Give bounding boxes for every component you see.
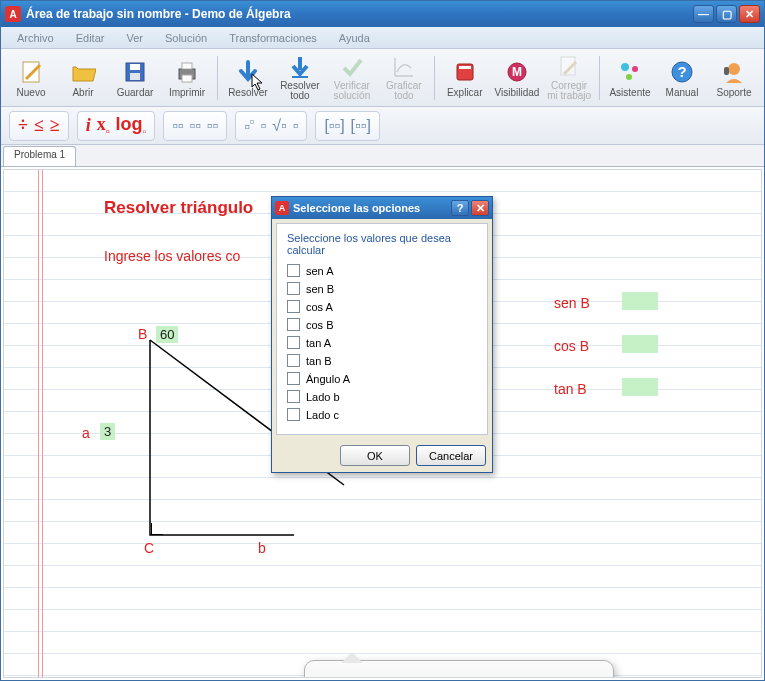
guardar-label: Guardar: [117, 87, 154, 98]
side-a-value[interactable]: 3: [100, 423, 115, 440]
option-senB[interactable]: sen B: [287, 282, 477, 295]
option-label: Lado c: [306, 409, 339, 421]
dialog-title: Seleccione las opciones: [293, 202, 449, 214]
problem-heading: Resolver triángulo: [104, 198, 253, 218]
verificar-button[interactable]: Verificar solución: [328, 52, 376, 104]
callout-line1: En este ejemplo calcularemos: [323, 675, 595, 678]
resolver-todo-label: Resolver todo: [280, 81, 319, 101]
asistente-button[interactable]: Asistente: [606, 52, 654, 104]
option-senA[interactable]: sen A: [287, 264, 477, 277]
x-sub-symbol[interactable]: x▫: [97, 114, 110, 137]
svg-rect-19: [724, 67, 729, 75]
option-tanB[interactable]: tan B: [287, 354, 477, 367]
tutorial-callout: En este ejemplo calcularemos la medida d…: [304, 660, 614, 678]
close-button[interactable]: ✕: [739, 5, 760, 23]
maximize-button[interactable]: ▢: [716, 5, 737, 23]
corregir-button[interactable]: Corregir mi trabajo: [545, 52, 593, 104]
right-angle-mark: [151, 523, 163, 535]
angle-B-value[interactable]: 60: [156, 326, 178, 343]
value-cosB[interactable]: [622, 335, 658, 353]
svg-point-15: [626, 74, 632, 80]
box-frac-icon[interactable]: ▫: [293, 117, 299, 135]
box-icon[interactable]: ▫: [261, 117, 267, 135]
manual-label: Manual: [666, 87, 699, 98]
align-icon[interactable]: ▫▫: [189, 117, 200, 135]
side-a-label: a: [82, 425, 90, 441]
check-icon: [338, 54, 366, 80]
verificar-label: Verificar solución: [334, 81, 371, 101]
resolver-todo-button[interactable]: Resolver todo: [276, 52, 324, 104]
vertex-C: C: [144, 540, 154, 556]
menu-bar: Archivo Editar Ver Solución Transformaci…: [1, 27, 764, 49]
label-senB: sen B: [554, 295, 590, 311]
guardar-button[interactable]: Guardar: [111, 52, 159, 104]
le-symbol[interactable]: ≤: [34, 115, 44, 136]
menu-ayuda[interactable]: Ayuda: [329, 30, 380, 46]
option-cosA[interactable]: cos A: [287, 300, 477, 313]
menu-transformaciones[interactable]: Transformaciones: [219, 30, 327, 46]
option-tanA[interactable]: tan A: [287, 336, 477, 349]
math-toolbar: ÷ ≤ ≥ i x▫ log▫ ▫▫ ▫▫ ▫▫ ▫▫ ▫ √▫ ▫ [▫▫] …: [1, 107, 764, 145]
vertex-B: B: [138, 326, 147, 342]
box-sup-icon[interactable]: ▫▫: [244, 114, 254, 136]
align-icon[interactable]: ▫▫: [172, 117, 183, 135]
menu-editar[interactable]: Editar: [66, 30, 115, 46]
dialog-titlebar: A Seleccione las opciones ? ✕: [272, 197, 492, 219]
log-symbol[interactable]: log▫: [116, 114, 147, 137]
checkbox-icon: [287, 300, 300, 313]
minimize-button[interactable]: —: [693, 5, 714, 23]
ge-symbol[interactable]: ≥: [50, 115, 60, 136]
resolver-button[interactable]: Resolver: [224, 52, 272, 104]
math-group-ops: ÷ ≤ ≥: [9, 111, 69, 141]
menu-archivo[interactable]: Archivo: [7, 30, 64, 46]
printer-icon: [173, 58, 201, 86]
math-group-matrix: [▫▫] [▫▫]: [315, 111, 379, 141]
manual-button[interactable]: ? Manual: [658, 52, 706, 104]
graficar-button[interactable]: Graficar todo: [380, 52, 428, 104]
abrir-button[interactable]: Abrir: [59, 52, 107, 104]
option-cosB[interactable]: cos B: [287, 318, 477, 331]
option-label: Lado b: [306, 391, 340, 403]
value-tanB[interactable]: [622, 378, 658, 396]
dialog-help-button[interactable]: ?: [451, 200, 469, 216]
menu-ver[interactable]: Ver: [116, 30, 153, 46]
box-root-icon[interactable]: √▫: [272, 117, 286, 135]
nuevo-button[interactable]: Nuevo: [7, 52, 55, 104]
visibilidad-button[interactable]: M Visibilidad: [493, 52, 541, 104]
option-ladob[interactable]: Lado b: [287, 390, 477, 403]
checkbox-icon: [287, 264, 300, 277]
svg-rect-9: [459, 66, 471, 69]
label-tanB: tan B: [554, 381, 587, 397]
checkbox-icon: [287, 354, 300, 367]
graficar-label: Graficar todo: [386, 81, 422, 101]
i-symbol[interactable]: i: [86, 115, 91, 136]
tab-problema1[interactable]: Problema 1: [3, 146, 76, 166]
imprimir-button[interactable]: Imprimir: [163, 52, 211, 104]
svg-rect-2: [130, 64, 140, 70]
app-icon: A: [5, 6, 21, 22]
divide-symbol[interactable]: ÷: [18, 115, 28, 136]
option-label: tan B: [306, 355, 332, 367]
matrix-icon[interactable]: [▫▫]: [351, 117, 371, 135]
math-group-align1: ▫▫ ▫▫ ▫▫: [163, 111, 227, 141]
soporte-button[interactable]: Soporte: [710, 52, 758, 104]
svg-text:?: ?: [677, 63, 686, 80]
side-b-label: b: [258, 540, 266, 556]
cancel-button[interactable]: Cancelar: [416, 445, 486, 466]
ok-button[interactable]: OK: [340, 445, 410, 466]
document-new-icon: [17, 58, 45, 86]
dialog-close-button[interactable]: ✕: [471, 200, 489, 216]
option-ladoc[interactable]: Lado c: [287, 408, 477, 421]
explicar-button[interactable]: Explicar: [441, 52, 489, 104]
align-icon[interactable]: ▫▫: [207, 117, 218, 135]
toolbar-separator: [599, 56, 600, 100]
math-group-vars: i x▫ log▫: [77, 111, 155, 141]
value-senB[interactable]: [622, 292, 658, 310]
matrix-icon[interactable]: [▫▫]: [324, 117, 344, 135]
option-label: sen A: [306, 265, 334, 277]
menu-solucion[interactable]: Solución: [155, 30, 217, 46]
svg-point-14: [632, 66, 638, 72]
chart-icon: [390, 54, 418, 80]
margin-line: [42, 170, 43, 677]
option-anguloA[interactable]: Ángulo A: [287, 372, 477, 385]
